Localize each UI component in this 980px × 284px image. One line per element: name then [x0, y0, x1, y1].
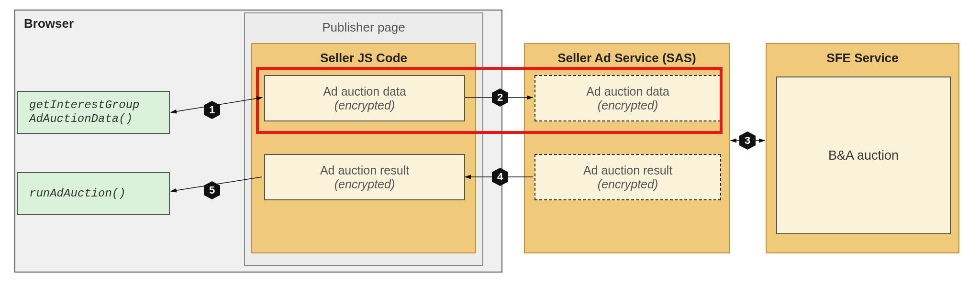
ba-auction-label: B&A auction — [828, 148, 899, 163]
sas-container: Seller Ad Service (SAS) Ad auction data … — [524, 43, 730, 253]
step-number: 2 — [497, 91, 503, 104]
step-number: 5 — [209, 184, 215, 197]
encrypted-label: (encrypted) — [334, 177, 395, 191]
step-number: 3 — [745, 134, 750, 147]
sas-auction-data: Ad auction data (encrypted) — [535, 75, 721, 121]
seller-js-container: Seller JS Code Ad auction data (encrypte… — [251, 43, 476, 253]
sfe-title: SFE Service — [767, 44, 958, 69]
api-get-interest-group: getInterestGroup AdAuctionData() — [17, 91, 170, 134]
auction-result-label: Ad auction result — [583, 164, 672, 177]
auction-data-label: Ad auction data — [323, 85, 406, 98]
encrypted-label: (encrypted) — [598, 98, 658, 112]
sas-auction-result: Ad auction result (encrypted) — [535, 154, 721, 200]
step-badge-3: 3 — [738, 131, 757, 150]
seller-js-auction-data: Ad auction data (encrypted) — [264, 75, 465, 121]
sfe-container: SFE Service B&A auction — [766, 43, 959, 253]
step-badge-4: 4 — [490, 167, 510, 186]
encrypted-label: (encrypted) — [598, 177, 658, 191]
step-badge-5: 5 — [202, 181, 222, 200]
encrypted-label: (encrypted) — [334, 98, 395, 112]
api-run-ad-auction-text: runAdAuction() — [29, 187, 126, 201]
auction-data-label: Ad auction data — [586, 85, 669, 98]
api-get-interest-group-text: getInterestGroup AdAuctionData() — [29, 98, 139, 126]
step-badge-2: 2 — [490, 88, 510, 107]
api-run-ad-auction: runAdAuction() — [17, 172, 170, 215]
publisher-page-label: Publisher page — [245, 20, 482, 35]
sas-title: Seller Ad Service (SAS) — [525, 44, 729, 69]
step-number: 1 — [209, 104, 215, 116]
seller-js-auction-result: Ad auction result (encrypted) — [264, 154, 465, 200]
browser-label: Browser — [24, 16, 74, 31]
auction-result-label: Ad auction result — [320, 164, 409, 177]
step-number: 4 — [497, 171, 503, 183]
seller-js-title: Seller JS Code — [252, 44, 475, 69]
ba-auction-box: B&A auction — [776, 76, 951, 234]
step-badge-1: 1 — [202, 100, 222, 120]
